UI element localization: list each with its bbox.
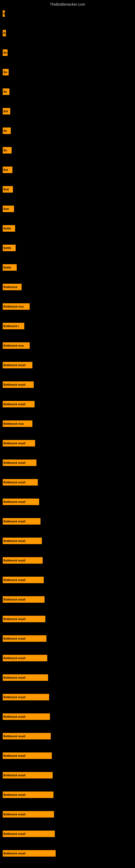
bar-label: Bottleneck result <box>3 479 38 486</box>
bar-row: Bottleneck result <box>3 811 132 817</box>
bar-label: Bottleneck result <box>3 752 52 759</box>
bar-label: Bottle <box>3 225 15 231</box>
bar-label: Bot <box>3 108 10 115</box>
bar-row: Bot <box>3 166 132 173</box>
bar-row: Bottleneck resu <box>3 421 132 427</box>
bar-label: Bottleneck resu <box>3 303 30 310</box>
bar-label: Bottleneck result <box>3 811 54 817</box>
bar-row: Bottleneck result <box>3 401 132 407</box>
bars-container: BBBoBoBoBotBoBoBotBottBottBottleBottleBo… <box>0 8 135 868</box>
bar-label: Bottleneck result <box>3 772 53 778</box>
bar-label: Bottleneck result <box>3 577 44 583</box>
bar-row: Bottleneck result <box>3 381 132 388</box>
bar-row: Bottleneck result <box>3 557 132 564</box>
bar-row: Bo <box>3 88 132 95</box>
bar-label: Bottleneck result <box>3 616 45 622</box>
bar-row: Bott <box>3 206 132 212</box>
bar-label: Bottleneck result <box>3 401 35 407</box>
bar-row: Bottleneck result <box>3 538 132 544</box>
bar-label: B <box>3 10 5 17</box>
bar-row: Bottleneck result <box>3 499 132 505</box>
bar-label: Bottleneck result <box>3 831 55 837</box>
bar-label: Bottleneck resu <box>3 342 30 349</box>
bar-row: Bo <box>3 147 132 154</box>
site-title: TheBottlenecker.com <box>0 0 135 8</box>
bar-row: Bottleneck result <box>3 460 132 466</box>
bar-label: Bottleneck result <box>3 518 41 525</box>
bar-row: Bottleneck <box>3 284 132 290</box>
bar-label: Bottleneck result <box>3 557 43 564</box>
bar-row: Bottleneck result <box>3 596 132 603</box>
bar-row: Bottle <box>3 245 132 251</box>
bar-label: Bottleneck result <box>3 440 35 446</box>
bar-label: Bottleneck result <box>3 362 32 368</box>
bar-row: Bottleneck result <box>3 772 132 778</box>
bar-label: Bottleneck result <box>3 694 49 701</box>
bar-row: Bottle <box>3 264 132 271</box>
bar-label: Bottle <box>3 245 16 251</box>
bar-row: Bottleneck result <box>3 655 132 661</box>
bar-label: Bottleneck result <box>3 850 56 857</box>
bar-row: Bottleneck result <box>3 479 132 486</box>
bar-row: Bo <box>3 69 132 75</box>
bar-label: Bottleneck result <box>3 674 48 681</box>
bar-label: Bottleneck result <box>3 635 46 642</box>
bar-label: Bo <box>3 147 12 154</box>
page-wrapper: TheBottlenecker.com BBBoBoBoBotBoBoBotBo… <box>0 0 135 868</box>
bar-label: Bo <box>3 127 11 134</box>
bar-label: Bottleneck result <box>3 792 53 798</box>
bar-label: Bottleneck <box>3 284 21 290</box>
bar-row: Bott <box>3 186 132 193</box>
bar-row: Bottleneck result <box>3 635 132 642</box>
bar-label: Bo <box>3 88 9 95</box>
bar-row: Bottleneck result <box>3 792 132 798</box>
bar-row: Bottle <box>3 225 132 231</box>
bar-label: Bo <box>3 50 8 56</box>
bar-label: Bottleneck result <box>3 655 47 661</box>
bar-row: B <box>3 30 132 36</box>
bar-row: Bottleneck r <box>3 323 132 329</box>
bar-row: Bottleneck result <box>3 518 132 525</box>
bar-row: Bottleneck result <box>3 616 132 622</box>
bar-label: Bottleneck resu <box>3 421 32 427</box>
bar-label: Bott <box>3 206 14 212</box>
bar-label: Bottleneck result <box>3 596 45 603</box>
bar-label: B <box>3 30 6 36</box>
bar-row: Bottleneck result <box>3 733 132 739</box>
bar-row: Bottleneck result <box>3 362 132 368</box>
bar-row: Bo <box>3 50 132 56</box>
bar-row: Bot <box>3 108 132 115</box>
bar-row: Bottleneck result <box>3 850 132 857</box>
bar-row: Bottleneck result <box>3 694 132 701</box>
bar-label: Bottleneck result <box>3 381 34 388</box>
bar-label: Bottleneck result <box>3 713 50 720</box>
bar-label: Bottleneck result <box>3 733 51 739</box>
bar-label: Bottleneck r <box>3 323 24 329</box>
bar-label: Bo <box>3 69 9 75</box>
bar-label: Bot <box>3 166 12 173</box>
bar-row: Bottleneck result <box>3 713 132 720</box>
bar-row: Bottleneck result <box>3 577 132 583</box>
bar-row: Bottleneck result <box>3 831 132 837</box>
bar-row: Bottleneck resu <box>3 303 132 310</box>
bar-label: Bott <box>3 186 13 193</box>
bar-row: Bo <box>3 127 132 134</box>
bar-label: Bottle <box>3 264 17 271</box>
bar-row: Bottleneck result <box>3 752 132 759</box>
bar-label: Bottleneck result <box>3 538 42 544</box>
bar-row: Bottleneck result <box>3 674 132 681</box>
bar-label: Bottleneck result <box>3 460 37 466</box>
bar-row: B <box>3 10 132 17</box>
bar-row: Bottleneck result <box>3 440 132 446</box>
bar-row: Bottleneck resu <box>3 342 132 349</box>
bar-label: Bottleneck result <box>3 499 39 505</box>
